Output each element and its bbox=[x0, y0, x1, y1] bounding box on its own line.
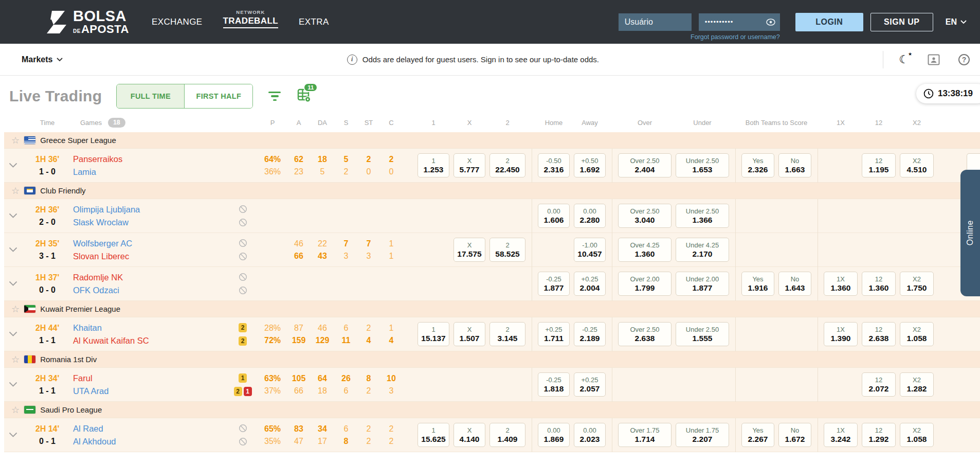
team-name[interactable]: Olimpija Ljubljana bbox=[73, 205, 227, 215]
odds-button[interactable]: X21.058 bbox=[900, 322, 934, 346]
odds-button[interactable]: -1.0010.457 bbox=[574, 238, 606, 262]
odds-button[interactable]: Under 2.001.877 bbox=[676, 272, 729, 296]
odds-button[interactable]: 121.292 bbox=[862, 423, 896, 447]
odds-button[interactable]: 121.195 bbox=[862, 153, 896, 177]
odds-button[interactable]: Yes2.326 bbox=[741, 153, 774, 177]
odds-button[interactable]: -0.502.316 bbox=[538, 153, 570, 177]
team-name[interactable]: Lamia bbox=[73, 167, 227, 177]
odds-button[interactable]: 21.409 bbox=[489, 423, 525, 447]
odds-button[interactable]: 115.625 bbox=[418, 423, 449, 447]
expand-chevron-icon[interactable] bbox=[4, 233, 22, 266]
team-name[interactable]: Al Kuwait Kaifan SC bbox=[73, 336, 227, 346]
odds-button[interactable]: X17.575 bbox=[453, 238, 485, 262]
odds-button[interactable]: Under 2.501.653 bbox=[676, 153, 729, 177]
signup-button[interactable]: SIGN UP bbox=[870, 13, 933, 31]
odds-button[interactable]: Under 4.252.170 bbox=[676, 238, 729, 262]
odds-button[interactable]: X1.507 bbox=[453, 322, 485, 346]
odds-button[interactable]: Over 2.502.404 bbox=[618, 153, 672, 177]
odds-button[interactable]: 0.001.606 bbox=[538, 204, 570, 228]
filter-icon[interactable] bbox=[268, 92, 281, 101]
odds-button[interactable]: Over 2.503.040 bbox=[618, 204, 672, 228]
eye-icon[interactable] bbox=[766, 19, 775, 26]
team-name[interactable]: Slovan Liberec bbox=[73, 252, 227, 261]
tab-full-time[interactable]: FULL TIME bbox=[117, 84, 185, 108]
team-name[interactable]: OFK Odzaci bbox=[73, 285, 227, 295]
odds-button[interactable]: +0.252.004 bbox=[574, 272, 606, 296]
favorite-star-icon[interactable]: ☆ bbox=[11, 405, 20, 415]
odds-button[interactable]: Under 2.501.555 bbox=[676, 322, 729, 346]
favorite-star-icon[interactable]: ☆ bbox=[11, 186, 20, 195]
league-name[interactable]: Saudi Pro League bbox=[40, 405, 102, 414]
team-name[interactable]: Khaitan bbox=[73, 323, 227, 333]
team-name[interactable]: Farul bbox=[73, 373, 227, 383]
odds-button[interactable]: Under 1.752.207 bbox=[676, 423, 729, 447]
odds-button[interactable]: 115.137 bbox=[418, 322, 449, 346]
odds-button[interactable]: Over 2.001.799 bbox=[618, 272, 672, 296]
favorite-star-icon[interactable]: ☆ bbox=[11, 355, 20, 364]
nav-extra[interactable]: EXTRA bbox=[299, 17, 329, 27]
team-name[interactable]: Radomlje NK bbox=[73, 273, 227, 282]
odds-button[interactable]: 258.525 bbox=[489, 238, 525, 262]
login-button[interactable]: LOGIN bbox=[795, 13, 863, 31]
odds-button[interactable]: X24.510 bbox=[900, 153, 934, 177]
odds-button[interactable]: +0.252.057 bbox=[574, 372, 606, 397]
expand-chevron-icon[interactable] bbox=[4, 267, 22, 300]
tab-first-half[interactable]: FIRST HALF bbox=[185, 84, 252, 108]
team-name[interactable]: UTA Arad bbox=[73, 386, 227, 396]
expand-chevron-icon[interactable] bbox=[4, 418, 22, 452]
league-name[interactable]: Kuwait Premier League bbox=[40, 305, 120, 313]
help-icon[interactable]: ? bbox=[958, 54, 970, 65]
odds-button[interactable]: X21.282 bbox=[900, 372, 934, 397]
nav-exchange[interactable]: EXCHANGE bbox=[152, 17, 203, 27]
odds-button[interactable]: -0.251.818 bbox=[538, 372, 570, 397]
odds-button[interactable]: -0.252.189 bbox=[574, 322, 606, 346]
odds-button[interactable]: X5.777 bbox=[453, 153, 485, 177]
odds-button[interactable]: X4.140 bbox=[453, 423, 485, 447]
odds-button[interactable]: Over 4.251.360 bbox=[618, 238, 672, 262]
team-name[interactable]: Al Akhdoud bbox=[73, 437, 227, 447]
brand[interactable]: BOLSA DE APOSTA bbox=[45, 9, 129, 35]
favorite-star-icon[interactable]: ☆ bbox=[11, 305, 20, 314]
odds-button[interactable]: Yes2.267 bbox=[741, 423, 774, 447]
odds-button[interactable]: Over 1.751.714 bbox=[618, 423, 672, 447]
expand-chevron-icon[interactable] bbox=[4, 317, 22, 351]
league-name[interactable]: Greece Super League bbox=[40, 136, 116, 145]
odds-button[interactable]: 0.001.869 bbox=[538, 423, 570, 447]
market-settings-icon[interactable]: 11 bbox=[297, 88, 311, 104]
odds-button[interactable]: Over 2.502.638 bbox=[618, 322, 672, 346]
odds-button[interactable]: 0.002.280 bbox=[574, 204, 606, 228]
odds-button[interactable]: 1X1.390 bbox=[824, 322, 858, 346]
dark-mode-icon[interactable]: ☾★ bbox=[899, 54, 909, 65]
team-name[interactable]: Slask Wroclaw bbox=[73, 218, 227, 227]
odds-button[interactable]: 222.450 bbox=[489, 153, 525, 177]
expand-chevron-icon[interactable] bbox=[4, 199, 22, 233]
nav-tradeball[interactable]: NETWORK TRADEBALL bbox=[223, 16, 278, 28]
odds-button[interactable]: +0.251.711 bbox=[538, 322, 570, 346]
username-input[interactable] bbox=[619, 13, 692, 31]
expand-chevron-icon[interactable] bbox=[4, 149, 22, 182]
online-chat-tab[interactable]: Online bbox=[960, 170, 980, 296]
odds-button[interactable]: 1X3.242 bbox=[824, 423, 858, 447]
odds-button[interactable]: +0.501.692 bbox=[574, 153, 606, 177]
odds-button[interactable]: No1.643 bbox=[778, 272, 811, 296]
odds-button[interactable]: 121.360 bbox=[862, 272, 896, 296]
odds-button[interactable]: Under 2.501.366 bbox=[676, 204, 729, 228]
odds-button[interactable]: 0.002.023 bbox=[574, 423, 606, 447]
odds-button[interactable]: 1X1.360 bbox=[824, 272, 858, 296]
odds-button[interactable]: -0.251.877 bbox=[538, 272, 570, 296]
markets-dropdown[interactable]: Markets bbox=[22, 55, 63, 64]
odds-button[interactable]: Yes1.916 bbox=[741, 272, 774, 296]
team-name[interactable]: Wolfsberger AC bbox=[73, 239, 227, 248]
odds-button[interactable]: 122.072 bbox=[862, 372, 896, 397]
odds-button[interactable]: 122.638 bbox=[862, 322, 896, 346]
team-name[interactable]: Al Raed bbox=[73, 424, 227, 434]
odds-button[interactable]: No1.663 bbox=[778, 153, 811, 177]
odds-button[interactable]: X21.058 bbox=[900, 423, 934, 447]
league-name[interactable]: Romania 1st Div bbox=[40, 355, 97, 364]
contact-card-icon[interactable] bbox=[928, 54, 940, 65]
odds-button[interactable]: 11.253 bbox=[418, 153, 449, 177]
league-name[interactable]: Club Friendly bbox=[40, 186, 85, 195]
odds-button[interactable]: 23.145 bbox=[489, 322, 525, 346]
odds-button[interactable]: No1.672 bbox=[778, 423, 811, 447]
favorite-star-icon[interactable]: ☆ bbox=[11, 136, 20, 145]
